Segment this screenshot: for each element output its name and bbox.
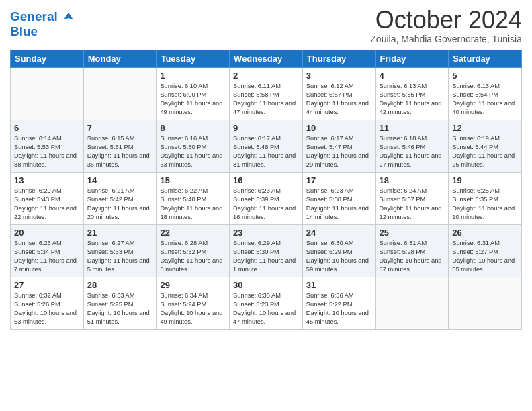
table-row: 23Sunrise: 6:29 AMSunset: 5:30 PMDayligh… <box>230 224 303 277</box>
table-row: 7Sunrise: 6:15 AMSunset: 5:51 PMDaylight… <box>83 120 157 172</box>
table-row: 9Sunrise: 6:17 AMSunset: 5:48 PMDaylight… <box>230 120 303 172</box>
cell-info: Sunrise: 6:12 AMSunset: 5:57 PMDaylight:… <box>306 82 372 117</box>
cell-info: Sunrise: 6:27 AMSunset: 5:33 PMDaylight:… <box>87 239 153 274</box>
table-row: 15Sunrise: 6:22 AMSunset: 5:40 PMDayligh… <box>157 172 230 224</box>
table-row: 29Sunrise: 6:34 AMSunset: 5:24 PMDayligh… <box>157 277 230 329</box>
table-row: 14Sunrise: 6:21 AMSunset: 5:42 PMDayligh… <box>83 172 157 224</box>
day-number: 26 <box>452 228 518 238</box>
header: General Blue October 2024 Zouila, Mahdia… <box>10 7 522 44</box>
day-number: 27 <box>14 280 80 290</box>
day-number: 15 <box>160 175 226 185</box>
cell-info: Sunrise: 6:25 AMSunset: 5:35 PMDaylight:… <box>452 187 518 222</box>
table-row: 31Sunrise: 6:36 AMSunset: 5:22 PMDayligh… <box>302 277 375 329</box>
table-row: 8Sunrise: 6:16 AMSunset: 5:50 PMDaylight… <box>157 120 230 172</box>
cell-info: Sunrise: 6:31 AMSunset: 5:28 PMDaylight:… <box>380 239 445 274</box>
day-number: 17 <box>306 175 372 185</box>
header-tuesday: Tuesday <box>157 50 230 67</box>
table-row <box>11 67 84 120</box>
table-row: 10Sunrise: 6:17 AMSunset: 5:47 PMDayligh… <box>302 120 375 172</box>
day-number: 18 <box>380 175 445 185</box>
day-number: 21 <box>87 228 153 238</box>
logo: General Blue <box>10 9 75 39</box>
cell-info: Sunrise: 6:15 AMSunset: 5:51 PMDaylight:… <box>87 134 153 169</box>
cell-info: Sunrise: 6:28 AMSunset: 5:32 PMDaylight:… <box>160 239 226 274</box>
header-saturday: Saturday <box>449 50 522 67</box>
header-sunday: Sunday <box>11 50 84 67</box>
table-row <box>449 277 522 329</box>
table-row: 12Sunrise: 6:19 AMSunset: 5:44 PMDayligh… <box>449 120 522 172</box>
table-row <box>375 277 449 329</box>
day-number: 3 <box>306 71 372 81</box>
cell-info: Sunrise: 6:17 AMSunset: 5:47 PMDaylight:… <box>306 134 372 169</box>
day-number: 2 <box>233 71 299 81</box>
page: General Blue October 2024 Zouila, Mahdia… <box>0 0 532 411</box>
cell-info: Sunrise: 6:17 AMSunset: 5:48 PMDaylight:… <box>233 134 299 169</box>
table-row: 28Sunrise: 6:33 AMSunset: 5:25 PMDayligh… <box>83 277 157 329</box>
day-number: 24 <box>306 228 372 238</box>
calendar-week-row: 20Sunrise: 6:26 AMSunset: 5:34 PMDayligh… <box>11 224 522 277</box>
table-row: 13Sunrise: 6:20 AMSunset: 5:43 PMDayligh… <box>11 172 84 224</box>
table-row: 4Sunrise: 6:13 AMSunset: 5:55 PMDaylight… <box>375 67 449 120</box>
day-number: 29 <box>160 280 226 290</box>
table-row: 16Sunrise: 6:23 AMSunset: 5:39 PMDayligh… <box>230 172 303 224</box>
day-number: 25 <box>380 228 445 238</box>
day-number: 16 <box>233 175 299 185</box>
table-row: 19Sunrise: 6:25 AMSunset: 5:35 PMDayligh… <box>449 172 522 224</box>
day-number: 5 <box>452 71 518 81</box>
day-number: 1 <box>160 71 226 81</box>
cell-info: Sunrise: 6:30 AMSunset: 5:29 PMDaylight:… <box>306 239 372 274</box>
table-row: 6Sunrise: 6:14 AMSunset: 5:53 PMDaylight… <box>11 120 84 172</box>
day-number: 30 <box>233 280 299 290</box>
day-number: 10 <box>306 123 372 133</box>
cell-info: Sunrise: 6:36 AMSunset: 5:22 PMDaylight:… <box>306 291 372 326</box>
cell-info: Sunrise: 6:32 AMSunset: 5:26 PMDaylight:… <box>14 291 80 326</box>
day-number: 8 <box>160 123 226 133</box>
header-thursday: Thursday <box>302 50 375 67</box>
day-number: 23 <box>233 228 299 238</box>
cell-info: Sunrise: 6:14 AMSunset: 5:53 PMDaylight:… <box>14 134 80 169</box>
table-row: 24Sunrise: 6:30 AMSunset: 5:29 PMDayligh… <box>302 224 375 277</box>
cell-info: Sunrise: 6:24 AMSunset: 5:37 PMDaylight:… <box>380 187 445 222</box>
location-subtitle: Zouila, Mahdia Governorate, Tunisia <box>370 34 522 44</box>
table-row <box>83 67 157 120</box>
cell-info: Sunrise: 6:31 AMSunset: 5:27 PMDaylight:… <box>452 239 518 274</box>
calendar-week-row: 1Sunrise: 6:10 AMSunset: 6:00 PMDaylight… <box>11 67 522 120</box>
calendar-week-row: 13Sunrise: 6:20 AMSunset: 5:43 PMDayligh… <box>11 172 522 224</box>
table-row: 17Sunrise: 6:23 AMSunset: 5:38 PMDayligh… <box>302 172 375 224</box>
cell-info: Sunrise: 6:34 AMSunset: 5:24 PMDaylight:… <box>160 291 226 326</box>
day-number: 19 <box>452 175 518 185</box>
cell-info: Sunrise: 6:13 AMSunset: 5:55 PMDaylight:… <box>380 82 445 117</box>
table-row: 18Sunrise: 6:24 AMSunset: 5:37 PMDayligh… <box>375 172 449 224</box>
cell-info: Sunrise: 6:21 AMSunset: 5:42 PMDaylight:… <box>87 187 153 222</box>
table-row: 26Sunrise: 6:31 AMSunset: 5:27 PMDayligh… <box>449 224 522 277</box>
cell-info: Sunrise: 6:35 AMSunset: 5:23 PMDaylight:… <box>233 291 299 326</box>
cell-info: Sunrise: 6:13 AMSunset: 5:54 PMDaylight:… <box>452 82 518 117</box>
calendar-header-row: Sunday Monday Tuesday Wednesday Thursday… <box>11 50 522 67</box>
table-row: 25Sunrise: 6:31 AMSunset: 5:28 PMDayligh… <box>375 224 449 277</box>
svg-marker-0 <box>64 13 73 20</box>
cell-info: Sunrise: 6:33 AMSunset: 5:25 PMDaylight:… <box>87 291 153 326</box>
day-number: 11 <box>380 123 445 133</box>
day-number: 4 <box>380 71 445 81</box>
day-number: 31 <box>306 280 372 290</box>
cell-info: Sunrise: 6:29 AMSunset: 5:30 PMDaylight:… <box>233 239 299 274</box>
day-number: 20 <box>14 228 80 238</box>
cell-info: Sunrise: 6:23 AMSunset: 5:39 PMDaylight:… <box>233 187 299 222</box>
table-row: 1Sunrise: 6:10 AMSunset: 6:00 PMDaylight… <box>157 67 230 120</box>
table-row: 22Sunrise: 6:28 AMSunset: 5:32 PMDayligh… <box>157 224 230 277</box>
day-number: 9 <box>233 123 299 133</box>
day-number: 12 <box>452 123 518 133</box>
calendar-table: Sunday Monday Tuesday Wednesday Thursday… <box>10 50 522 330</box>
day-number: 7 <box>87 123 153 133</box>
day-number: 22 <box>160 228 226 238</box>
cell-info: Sunrise: 6:11 AMSunset: 5:58 PMDaylight:… <box>233 82 299 117</box>
cell-info: Sunrise: 6:26 AMSunset: 5:34 PMDaylight:… <box>14 239 80 274</box>
table-row: 3Sunrise: 6:12 AMSunset: 5:57 PMDaylight… <box>302 67 375 120</box>
day-number: 13 <box>14 175 80 185</box>
table-row: 30Sunrise: 6:35 AMSunset: 5:23 PMDayligh… <box>230 277 303 329</box>
day-number: 6 <box>14 123 80 133</box>
header-monday: Monday <box>83 50 157 67</box>
cell-info: Sunrise: 6:16 AMSunset: 5:50 PMDaylight:… <box>160 134 226 169</box>
header-wednesday: Wednesday <box>230 50 303 67</box>
table-row: 20Sunrise: 6:26 AMSunset: 5:34 PMDayligh… <box>11 224 84 277</box>
